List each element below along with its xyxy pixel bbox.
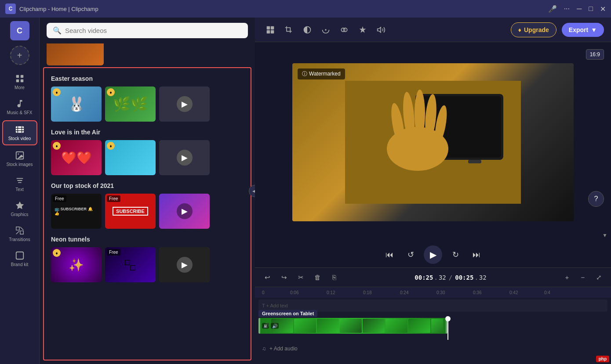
pause-icon[interactable]: ⏸ [262,323,269,329]
sidebar-item-transitions[interactable]: Transitions [2,222,37,245]
greenscreen-clip[interactable]: Greenscreen on Tablet 🔊 [258,318,447,334]
svg-point-12 [325,29,326,30]
search-input[interactable] [65,27,242,34]
clip-left-handle[interactable] [258,318,260,334]
panel-content: Easter season 🐰 ♦ 🌿🌿 ♦ ▶ [43,67,251,360]
upgrade-button[interactable]: ♦ Upgrade [511,22,556,37]
close-button[interactable]: ✕ [600,5,606,13]
play-pause-button[interactable]: ▶ [424,245,442,264]
time-display: 00:25 . 32 / 00:25 . 32 [415,274,486,281]
top2021-thumb-2[interactable]: SUBSCRIBE Free [105,194,156,229]
redo-button[interactable]: ↪ [277,270,291,285]
help-button[interactable]: ? [588,191,604,207]
sidebar-transitions-label: Transitions [9,237,30,242]
ruler-mark-018: 0:18 [363,290,371,295]
sidebar-item-stock-images[interactable]: Stock images [2,147,37,170]
top-strip [40,43,255,65]
sidebar-item-stock-video[interactable]: Stock video [2,120,37,145]
svg-point-6 [18,153,19,155]
skip-to-end-button[interactable]: ⏭ [469,247,484,263]
undo-button[interactable]: ↩ [260,270,274,285]
sidebar-item-music-sfx[interactable]: Music & SFX [2,95,37,119]
app-logo: C [5,4,16,14]
free-badge-t1: Free [53,195,66,202]
love-thumb-2[interactable]: ♦ [105,140,156,175]
maximize-button[interactable]: □ [589,5,593,13]
skip-to-start-button[interactable]: ⏮ [382,247,397,263]
video-track-content: Greenscreen on Tablet 🔊 [258,318,607,340]
overlay-tool-button[interactable] [336,22,353,38]
layout-tool-button[interactable] [262,22,279,38]
search-icon: 🔍 [53,26,62,35]
export-button[interactable]: Export ▼ [562,23,604,37]
total-frames: 32 [479,274,487,281]
sidebar-item-text[interactable]: Text [2,172,37,195]
playback-controls: ⏮ ↺ ▶ ↻ ⏭ [255,242,611,267]
add-track-button[interactable]: + [560,270,574,285]
window-title: Clipchamp - Home | Clipchamp [19,6,545,12]
free-badge-t2: Free [107,195,120,202]
filter-icon [303,25,312,34]
film-icon [15,125,25,134]
grid-icon [15,74,25,83]
top2021-thumb-1[interactable]: 📺 SUBSCRIBER 🔔 👍 Free [51,194,102,229]
top2021-grid: 📺 SUBSCRIBER 🔔 👍 Free SUBSCRIBE Free ▶ [51,194,244,229]
top-thumb-1[interactable] [47,43,104,65]
love-thumb-1[interactable]: ❤️❤️ ♦ [51,140,102,175]
sidebar-music-label: Music & SFX [7,110,33,115]
preview-area: ⓘ Watermarked 16:9 ? ▼ [255,42,611,242]
easter-more-btn[interactable]: ▶ [159,86,210,122]
color-icon [321,25,330,34]
aspect-ratio-badge: 16:9 [586,49,604,60]
sidebar-stock-images-label: Stock images [6,162,33,167]
svg-rect-10 [267,30,270,33]
neon-thumb-2[interactable]: ◇◇ Free [105,247,156,282]
clip-controls: ⏸ 🔊 [262,323,279,329]
top2021-more-btn[interactable]: ▶ [159,194,210,229]
timeline-tracks: T + Add text Greenscreen on Tablet 🔊 [255,298,611,364]
rewind-5s-button[interactable]: ↺ [403,247,418,263]
sidebar-item-more[interactable]: More [2,70,37,94]
add-media-button[interactable]: + [10,46,29,65]
audio-tool-button[interactable] [373,22,389,38]
copy-button[interactable]: ⎘ [327,270,341,285]
section-top2021-title: Our top stock of 2021 [51,182,244,189]
volume-icon[interactable]: 🔊 [271,323,279,329]
music-icon [15,99,25,108]
ruler-mark-042: 0:42 [509,290,518,295]
love-more-btn[interactable]: ▶ [159,140,210,175]
clip-label: Greenscreen on Tablet [258,310,317,317]
easter-thumb-1[interactable]: 🐰 ♦ [51,86,102,122]
love-grid: ❤️❤️ ♦ ♦ ▶ [51,140,244,175]
ruler-mark-006: 0:06 [290,290,298,295]
add-audio-row[interactable]: ♫ + Add audio [258,342,607,356]
mic-button[interactable]: 🎤 [548,5,557,13]
crop-tool-button[interactable] [280,22,297,38]
preview-chevron-down[interactable]: ▼ [602,232,607,238]
sidebar-item-brand[interactable]: Brand kit [2,247,37,270]
color-tool-button[interactable] [317,22,334,38]
speed-icon [358,25,367,34]
delete-button[interactable]: 🗑 [310,270,324,285]
expand-timeline-button[interactable]: ⤢ [592,270,606,285]
cut-button[interactable]: ✂ [294,270,308,285]
graphics-icon [15,201,25,210]
svg-point-23 [387,127,448,171]
speed-tool-button[interactable] [354,22,371,38]
more-options-button[interactable]: ··· [564,5,570,13]
easter-thumb-2[interactable]: 🌿🌿 ♦ [105,86,156,122]
sidebar-item-graphics[interactable]: Graphics [2,197,37,220]
info-icon: ⓘ [302,70,307,78]
forward-5s-button[interactable]: ↻ [447,247,463,263]
filter-tool-button[interactable] [299,22,316,38]
zoom-out-button[interactable]: − [576,270,590,285]
svg-rect-24 [468,160,481,163]
neon-more-btn[interactable]: ▶ [159,247,210,282]
svg-rect-1 [20,75,23,78]
sidebar-more-label: More [15,85,25,90]
sidebar-stock-video-label: Stock video [8,136,31,141]
minimize-button[interactable]: ─ [577,5,582,13]
watermark-badge: ⓘ Watermarked [298,68,345,79]
playhead[interactable] [447,318,448,340]
neon-thumb-1[interactable]: ✨ ♦ [51,247,102,282]
